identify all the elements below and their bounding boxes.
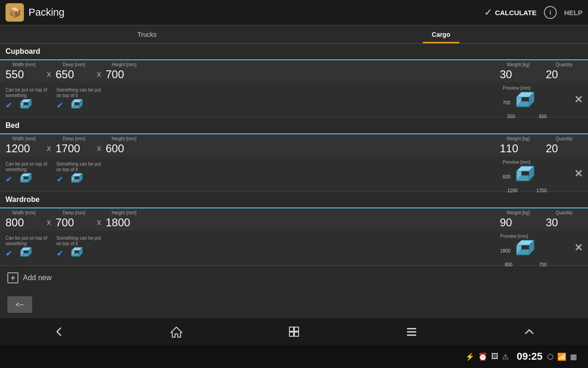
something-check-cupboard: ✔ [57,98,84,112]
something-checkmark-cupboard[interactable]: ✔ [57,100,63,110]
weight-value-bed[interactable]: 110 [500,142,537,155]
weight-item-cupboard: Weight [kg] 30 [500,62,537,81]
height-value-wardrobe[interactable]: 1800 [106,216,142,229]
delete-button-wardrobe[interactable]: ✕ [574,242,582,254]
item-header-wardrobe: Wardrobe [0,192,588,208]
help-button[interactable]: HELP [564,9,582,17]
qty-value-bed[interactable]: 20 [546,142,582,155]
preview-label-cupboard: Preview [mm] [503,86,531,91]
weight-qty-bed: Weight [kg] 110 Quantity 20 [500,136,582,155]
item-dimensions-cupboard: Width [mm] 550 x Deep [mm] 650 x Height … [0,60,588,83]
something-group-wardrobe: Something can be put on top of it ✔ [57,236,101,260]
width-value-wardrobe[interactable]: 800 [6,216,42,229]
svg-rect-38 [294,327,299,331]
height-value-cupboard[interactable]: 700 [106,68,142,81]
preview-cube-bed [512,166,537,188]
can-put-checkmark-wardrobe[interactable]: ✔ [6,248,12,259]
item-name-cupboard: Cupboard [6,47,40,55]
qty-value-cupboard[interactable]: 20 [546,68,582,81]
weight-qty-wardrobe: Weight [kg] 90 Quantity 30 [500,210,582,229]
deep-group-cupboard: Deep [mm] 650 [56,62,92,81]
deep-value-bed[interactable]: 1700 [56,142,92,155]
width-group-cupboard: Width [mm] 550 [6,62,42,81]
status-icons-right: ⬡ 📶 ▦ [547,352,577,361]
home-nav-button[interactable] [167,322,186,341]
sep1-cupboard: x [47,64,51,79]
weight-label-wardrobe: Weight [kg] [507,210,530,215]
delete-button-bed[interactable]: ✕ [574,168,582,180]
home-icon [170,325,183,338]
calculate-label: CALCULATE [495,9,537,17]
width-group-bed: Width [mm] 1200 [6,136,42,155]
can-put-check-cupboard: ✔ [6,98,33,112]
alarm-icon: ⏰ [478,352,487,361]
calculate-check-icon: ✓ [484,7,492,18]
can-put-icon-wardrobe [16,247,33,260]
qty-value-wardrobe[interactable]: 30 [546,216,582,229]
can-put-label-bed: Can be put on top of something [6,161,47,172]
menu-nav-button[interactable] [402,322,421,341]
back-button[interactable]: <-- [7,296,32,313]
item-header-bed: Bed [0,118,588,134]
app-icon-emoji: 📦 [9,6,21,18]
something-checkmark-wardrobe[interactable]: ✔ [57,248,63,259]
preview-cube-wardrobe [512,240,537,262]
width-group-wardrobe: Width [mm] 800 [6,210,42,229]
svg-rect-39 [289,332,294,336]
status-icons: ⚡ ⏰ 🖼 ⚠ [465,352,509,361]
info-button[interactable]: i [544,6,557,19]
svg-rect-40 [294,332,299,336]
back-nav-button[interactable] [50,322,68,341]
tab-cargo[interactable]: Cargo [294,25,588,43]
prev-height-wardrobe: 1800 [500,248,510,253]
height-value-bed[interactable]: 600 [106,142,142,155]
weight-value-wardrobe[interactable]: 90 [500,216,537,229]
recent-apps-nav-button[interactable] [285,322,303,341]
item-name-wardrobe: Wardrobe [6,196,40,203]
prev-height-cupboard: 700 [503,100,510,105]
tab-cargo-label: Cargo [432,31,450,38]
preview-label-wardrobe: Preview [mm] [500,234,528,239]
add-new-row[interactable]: + Add new [0,266,588,290]
width-label-wardrobe: Width [mm] [12,210,36,215]
item-header-cupboard: Cupboard [0,44,588,60]
weight-label-cupboard: Weight [kg] [507,62,530,67]
height-group-cupboard: Height [mm] 700 [106,62,142,81]
item-extras-bed: Can be put on top of something ✔ [0,157,588,191]
item-section-cupboard: Cupboard Width [mm] 550 x Deep [mm] 650 … [0,44,588,118]
deep-value-cupboard[interactable]: 650 [56,68,92,81]
up-nav-button[interactable] [520,322,538,341]
svg-marker-36 [171,327,182,337]
item-dimensions-bed: Width [mm] 1200 x Deep [mm] 1700 x Heigh… [0,134,588,157]
main-content: Cupboard Width [mm] 550 x Deep [mm] 650 … [0,44,588,320]
weight-value-cupboard[interactable]: 30 [500,68,537,81]
deep-value-wardrobe[interactable]: 700 [56,216,92,229]
tab-trucks[interactable]: Trucks [0,25,294,43]
something-checkmark-bed[interactable]: ✔ [57,174,63,184]
qty-item-cupboard: Quantity 20 [546,62,582,81]
weight-qty-cupboard: Weight [kg] 30 Quantity 20 [500,62,582,81]
width-value-bed[interactable]: 1200 [6,142,42,155]
app-title: Packing [28,6,484,18]
gallery-icon: 🖼 [491,352,498,361]
can-put-group-wardrobe: Can be put on top of something ✔ [6,236,47,260]
can-put-check-wardrobe: ✔ [6,247,33,260]
width-value-cupboard[interactable]: 550 [6,68,42,81]
can-put-checkmark-bed[interactable]: ✔ [6,174,12,184]
can-put-checkmark-cupboard[interactable]: ✔ [6,100,12,110]
prev-width-cupboard: 550 [507,114,515,119]
sep1-wardrobe: x [47,212,51,227]
can-put-icon-bed [16,172,33,186]
something-check-bed: ✔ [57,172,84,186]
info-label: i [549,9,551,16]
delete-button-cupboard[interactable]: ✕ [574,94,582,106]
header: 📦 Packing ✓ CALCULATE i HELP [0,0,588,25]
deep-label-wardrobe: Deep [mm] [63,210,85,215]
add-icon: + [7,272,18,283]
wifi-icon: 📶 [557,352,566,361]
calculate-button[interactable]: ✓ CALCULATE [484,7,537,18]
svg-rect-42 [407,331,416,333]
something-icon-bed [67,172,84,186]
recent-apps-icon [288,325,300,338]
something-group-bed: Something can be put on top of it ✔ [57,161,101,186]
